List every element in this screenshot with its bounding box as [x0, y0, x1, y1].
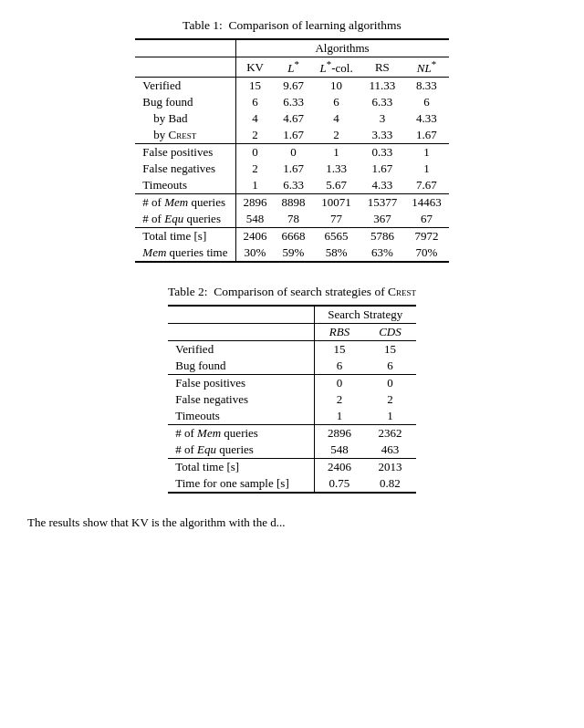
table-row: by Crest 2 1.67 2 3.33 1.67	[135, 127, 448, 144]
table-row: Verified 15 9.67 10 11.33 8.33	[135, 78, 448, 95]
cell: 2013	[364, 459, 416, 476]
cell: 2	[314, 391, 364, 408]
table-row: False negatives 2 2	[168, 391, 415, 408]
cell: 1	[404, 161, 449, 177]
cell: 9.67	[275, 78, 313, 95]
cell: 59%	[275, 244, 313, 262]
table-row: by Bad 4 4.67 4 3 4.33	[135, 110, 448, 127]
cell: 5786	[360, 228, 405, 245]
algorithms-header: Algorithms	[235, 39, 449, 57]
table-row: False positives 0 0	[168, 375, 415, 392]
row-label: Bug found	[135, 94, 235, 110]
row-label-col-header	[135, 57, 235, 78]
cell: 1.67	[360, 161, 405, 177]
cell: 6565	[313, 228, 360, 245]
row-label: Timeouts	[168, 408, 314, 425]
cell: 6	[404, 94, 449, 110]
cell: 548	[235, 211, 275, 228]
row-label-col-header	[168, 324, 314, 341]
row-label: # of Mem queries	[135, 194, 235, 212]
table-row: # of Equ queries 548 463	[168, 442, 415, 459]
cell: 3	[360, 110, 405, 127]
row-label: by Bad	[135, 110, 235, 127]
cell: 5.67	[313, 177, 360, 194]
row-label: by Crest	[135, 127, 235, 144]
cell: 0.33	[360, 144, 405, 161]
cell: 2	[364, 391, 416, 408]
cell: 463	[364, 442, 416, 459]
cell: 77	[313, 211, 360, 228]
cell: 6.33	[360, 94, 405, 110]
table-row: Bug found 6 6.33 6 6.33 6	[135, 94, 448, 110]
cell: 7.67	[404, 177, 449, 194]
row-label: # of Mem queries	[168, 425, 314, 442]
cell: 0.75	[314, 475, 364, 493]
cell: 4	[235, 110, 275, 127]
cell: 548	[314, 442, 364, 459]
cell: 6.33	[275, 94, 313, 110]
table-row: Total time [s] 2406 2013	[168, 459, 415, 476]
cell: 0	[364, 375, 416, 392]
cell: 1.67	[404, 127, 449, 144]
row-label: Timeouts	[135, 177, 235, 194]
row-label: False negatives	[135, 161, 235, 177]
cell: 8898	[275, 194, 313, 212]
cell: 367	[360, 211, 405, 228]
table2-title: Table 2: Comparison of search strategies…	[27, 285, 557, 299]
row-label: Verified	[168, 341, 314, 359]
table-row: False positives 0 0 1 0.33 1	[135, 144, 448, 161]
cell: 10	[313, 78, 360, 95]
table1-title: Table 1: Comparison of learning algorith…	[27, 18, 557, 33]
cell: 67	[404, 211, 449, 228]
row-label: False positives	[168, 375, 314, 392]
table-row: Total time [s] 2406 6668 6565 5786 7972	[135, 228, 448, 245]
cell: 4.67	[275, 110, 313, 127]
row-label: Time for one sample [s]	[168, 475, 314, 493]
row-label: # of Equ queries	[168, 442, 314, 459]
table2-container: Table 2: Comparison of search strategies…	[27, 285, 557, 494]
table-row: Timeouts 1 6.33 5.67 4.33 7.67	[135, 177, 448, 194]
col-rbs-header: RBS	[314, 324, 364, 341]
cell: 0	[314, 375, 364, 392]
cell: 2	[313, 127, 360, 144]
cell: 1	[313, 144, 360, 161]
cell: 1.33	[313, 161, 360, 177]
cell: 6668	[275, 228, 313, 245]
row-label: # of Equ queries	[135, 211, 235, 228]
search-strategy-header: Search Strategy	[314, 306, 415, 324]
footnote: The results show that KV is the algorith…	[27, 515, 557, 530]
table-row: Mem queries time 30% 59% 58% 63% 70%	[135, 244, 448, 262]
table-row: Verified 15 15	[168, 341, 415, 359]
cell: 6	[364, 358, 416, 375]
cell: 1	[314, 408, 364, 425]
table2: Search Strategy RBS CDS Verified 15 15 B…	[168, 305, 415, 494]
cell: 2406	[314, 459, 364, 476]
cell: 1	[404, 144, 449, 161]
table1: Algorithms KV L* L*-col. RS NL* Verified…	[135, 38, 448, 263]
cell: 15377	[360, 194, 405, 212]
col-nlstar-header: NL*	[404, 57, 449, 78]
row-label: Total time [s]	[168, 459, 314, 476]
cell: 30%	[235, 244, 275, 262]
col-lstar-header: L*	[275, 57, 313, 78]
cell: 2	[235, 161, 275, 177]
cell: 15	[364, 341, 416, 359]
table-row: False negatives 2 1.67 1.33 1.67 1	[135, 161, 448, 177]
row-label: Bug found	[168, 358, 314, 375]
col-lstar-col-header: L*-col.	[313, 57, 360, 78]
cell: 1	[235, 177, 275, 194]
cell: 7972	[404, 228, 449, 245]
row-label: False negatives	[168, 391, 314, 408]
cell: 6.33	[275, 177, 313, 194]
cell: 4.33	[404, 110, 449, 127]
cell: 0	[235, 144, 275, 161]
cell: 4.33	[360, 177, 405, 194]
col-kv-header: KV	[235, 57, 275, 78]
cell: 2362	[364, 425, 416, 442]
cell: 0	[275, 144, 313, 161]
cell: 14463	[404, 194, 449, 212]
col-empty-header	[135, 39, 235, 57]
table-row: Timeouts 1 1	[168, 408, 415, 425]
cell: 11.33	[360, 78, 405, 95]
row-label: Verified	[135, 78, 235, 95]
